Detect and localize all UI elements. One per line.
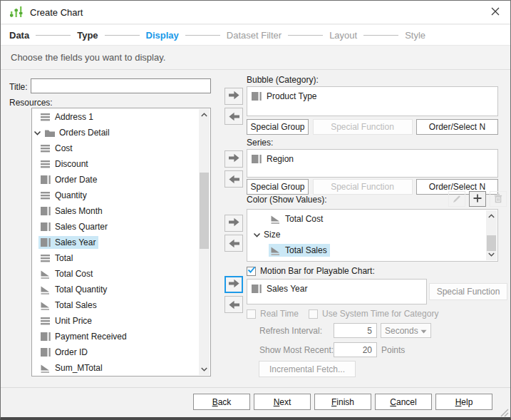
bubble-move-right-button[interactable] — [224, 88, 243, 105]
special-group-button[interactable]: Special Group — [247, 179, 309, 195]
motion-field-list[interactable]: Sales Year — [247, 279, 427, 304]
scroll-up-icon[interactable] — [486, 211, 497, 221]
series-move-left-button[interactable] — [224, 170, 243, 188]
tree-item-label: Quantity — [55, 190, 87, 200]
real-time-checkbox — [247, 309, 256, 319]
bubble-field-list[interactable]: Product Type — [247, 86, 498, 116]
tree-item-orders-detail[interactable]: Orders Detail — [32, 125, 199, 140]
tree-item-total-sales[interactable]: Total Sales — [32, 297, 199, 313]
tree-item-label: Address 1 — [55, 112, 93, 122]
tree-item-cost[interactable]: Cost — [32, 140, 199, 156]
tree-item-label: Size — [264, 230, 280, 240]
tree-item-sum-mtotal[interactable]: Sum_MTotal — [32, 360, 199, 375]
close-button[interactable] — [489, 6, 502, 19]
resize-grip-icon[interactable] — [499, 407, 509, 417]
lines-icon — [40, 112, 51, 122]
step-data[interactable]: Data — [9, 30, 29, 41]
trash-icon — [493, 193, 503, 205]
next-button[interactable]: Next — [254, 394, 311, 410]
step-type[interactable]: Type — [77, 30, 98, 41]
chevron-down-icon[interactable] — [253, 231, 261, 239]
refresh-interval-label: Refresh Interval: — [259, 326, 322, 336]
back-button[interactable]: Back — [193, 394, 250, 410]
step-dataset-filter[interactable]: Dataset Filter — [227, 30, 282, 41]
tree-item-label: Payment Received — [55, 332, 127, 342]
motion-move-right-button[interactable] — [224, 276, 243, 293]
series-field-list[interactable]: Region — [247, 149, 498, 178]
tree-item-sales-quarter[interactable]: Sales Quarter — [32, 219, 199, 235]
scroll-up-icon[interactable] — [199, 110, 210, 120]
field-item-label: Region — [267, 154, 294, 164]
tree-item-order-date[interactable]: Order Date — [32, 172, 199, 188]
scroll-down-icon[interactable] — [486, 250, 497, 260]
tree-item-sales-month[interactable]: Sales Month — [32, 203, 199, 219]
tree-item-unit-price[interactable]: Unit Price — [32, 313, 199, 329]
tree-item-content: Total Sales — [38, 299, 100, 312]
field-item-label: Product Type — [267, 91, 317, 101]
color-move-left-button[interactable] — [224, 235, 243, 252]
motion-bar-checkbox[interactable] — [247, 267, 256, 276]
step-layout[interactable]: Layout — [329, 30, 357, 41]
resources-tree: Address 1Orders DetailCostDiscountOrder … — [31, 108, 211, 377]
refresh-unit-value: Seconds — [385, 326, 418, 336]
tree-item-label: Sales Quarter — [55, 222, 108, 232]
scrollbar-thumb[interactable] — [487, 235, 496, 251]
tree-item-discount[interactable]: Discount — [32, 156, 199, 172]
bubble-move-left-button[interactable] — [224, 108, 243, 125]
tree-item-total-sales[interactable]: Total Sales — [247, 242, 485, 258]
arrow-left-icon — [228, 173, 240, 185]
tree-item-content: Order ID — [38, 346, 91, 359]
step-style[interactable]: Style — [405, 30, 425, 41]
order-select-n-button[interactable]: Order/Select N — [416, 119, 498, 135]
tree-item-label: Total Sales — [285, 245, 327, 255]
field-item-product-type[interactable]: Product Type — [251, 89, 494, 103]
chart-sliders-icon — [9, 6, 24, 19]
caret-down-icon — [420, 326, 427, 336]
color-move-right-button[interactable] — [224, 215, 243, 232]
square-icon — [40, 175, 51, 185]
folder-icon — [44, 128, 56, 138]
tree-item-total-cost[interactable]: Total Cost — [32, 266, 199, 282]
real-time-label: Real Time — [260, 309, 299, 319]
tree-item-quantity[interactable]: Quantity — [32, 188, 199, 203]
cancel-button[interactable]: Cancel — [375, 394, 432, 410]
series-move-right-button[interactable] — [224, 150, 243, 168]
add-button[interactable] — [469, 191, 486, 207]
tree-item-label: Order Date — [55, 175, 97, 185]
motion-move-left-button[interactable] — [224, 296, 243, 313]
tree-item-content: Quantity — [38, 189, 90, 202]
triangle-icon — [40, 285, 51, 294]
tree-item-order-id[interactable]: Order ID — [32, 344, 199, 360]
tree-item-size[interactable]: Size — [247, 227, 485, 242]
use-system-time-label: Use System Time for Category — [322, 309, 438, 319]
resources-scrollbar[interactable] — [199, 109, 210, 375]
step-display[interactable]: Display — [146, 30, 179, 41]
field-item-sales-year[interactable]: Sales Year — [251, 282, 423, 296]
tree-item-total-quantity[interactable]: Total Quantity — [32, 282, 199, 297]
triangle-icon — [40, 363, 51, 373]
chevron-down-icon[interactable] — [33, 129, 41, 137]
tree-item-content: Sales Year — [38, 236, 98, 249]
special-function-button: Special Function — [313, 119, 413, 135]
special-group-button[interactable]: Special Group — [247, 119, 309, 135]
show-most-recent-label: Show Most Recent: — [259, 345, 334, 355]
pencil-icon — [452, 193, 462, 205]
color-scrollbar[interactable] — [486, 210, 497, 260]
finish-button[interactable]: Finish — [314, 394, 371, 410]
use-system-time-row: Use System Time for Category — [309, 309, 438, 319]
square-icon — [251, 91, 262, 101]
tree-item-payment-received[interactable]: Payment Received — [32, 329, 199, 344]
square-icon — [251, 284, 262, 294]
tree-item-total-cost[interactable]: Total Cost — [247, 211, 485, 227]
help-button[interactable]: Help — [435, 394, 492, 410]
field-item-region[interactable]: Region — [251, 152, 494, 166]
tree-item-total[interactable]: Total — [32, 250, 199, 266]
scrollbar-thumb[interactable] — [200, 173, 209, 249]
tree-item-address-1[interactable]: Address 1 — [32, 109, 199, 125]
triangle-icon — [40, 269, 51, 279]
display-step-content: Title: Resources: Address 1Orders Detail… — [1, 71, 510, 417]
refresh-interval-input — [334, 323, 377, 338]
chart-title-input[interactable] — [31, 78, 211, 93]
tree-item-sales-year[interactable]: Sales Year — [32, 235, 199, 250]
scroll-down-icon[interactable] — [199, 364, 210, 374]
